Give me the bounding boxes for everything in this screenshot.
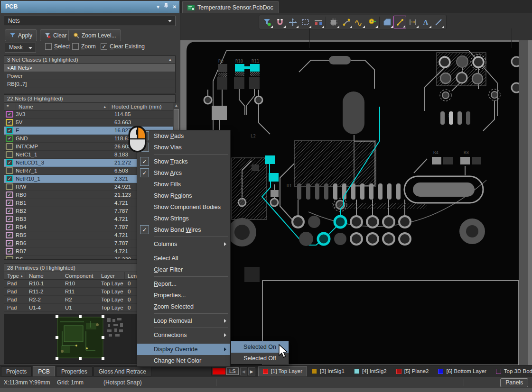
clear-button[interactable]: Clear [40, 29, 72, 41]
net-color-checkbox[interactable]: ✓ [6, 216, 13, 222]
net-color-checkbox[interactable]: ✓ [6, 248, 13, 255]
net-color-checkbox[interactable] [6, 183, 13, 190]
interactive-route-icon[interactable] [340, 16, 353, 28]
menu-item-show-component-bodies[interactable]: Show Component Bodies [137, 201, 230, 213]
select-area-icon[interactable] [299, 16, 312, 28]
primitives-column[interactable]: Name [26, 272, 62, 279]
net-class-item[interactable]: RB[0..7] [4, 80, 175, 88]
pin-icon[interactable] [164, 1, 168, 13]
layer-set-chip[interactable]: LS [211, 367, 239, 375]
net-color-checkbox[interactable] [6, 151, 13, 158]
net-color-checkbox[interactable]: ✓ [6, 208, 13, 214]
menu-item--properties---[interactable]: Properties... [137, 290, 230, 301]
net-color-checkbox[interactable]: ✓ [6, 135, 13, 142]
panel-title-bar[interactable]: PCB ▾ ✕ [1, 1, 179, 13]
pcb-canvas[interactable]: R0R10R11 [180, 40, 532, 365]
net-color-checkbox[interactable]: ✓ [6, 240, 13, 246]
menu-item--select-all[interactable]: Select All [137, 253, 230, 264]
layer-tab-1[interactable]: [1] Top Layer [258, 366, 307, 376]
menu-item-show-strings[interactable]: Show Strings [137, 213, 230, 224]
nets-column-header[interactable]: * Name Routed Length (mm) [4, 103, 175, 110]
menu-item-display-override[interactable]: Display Override [137, 344, 230, 355]
apply-button[interactable]: Apply [5, 29, 37, 41]
col-name[interactable]: Name [16, 103, 109, 110]
primitives-column[interactable]: Layer [98, 272, 125, 279]
layer-scroll-left[interactable]: ◀ [240, 367, 247, 375]
menu-item-columns[interactable]: Columns [137, 238, 230, 250]
panels-button[interactable]: Panels [500, 378, 528, 387]
panel-mode-dropdown[interactable]: Nets [4, 16, 176, 26]
net-color-checkbox[interactable] [6, 167, 13, 174]
magnet-snap-icon[interactable] [273, 16, 286, 28]
net-color-checkbox[interactable] [6, 143, 13, 150]
scroll-up-icon[interactable]: ▲ [173, 103, 179, 109]
panel-tab-gloss-and-retrace[interactable]: Gloss And Retrace [93, 366, 151, 376]
net-color-checkbox[interactable]: ✓ [6, 159, 13, 166]
menu-item-label: Change Net Color [154, 357, 201, 364]
tune-length-icon[interactable] [353, 16, 365, 28]
menu-item-label: Report... [154, 281, 177, 287]
filter-select-icon[interactable] [261, 16, 273, 28]
menu-item-show--fills[interactable]: Show Fills [137, 179, 230, 190]
net-row[interactable]: ✓3V3114.85 [4, 110, 175, 119]
place-line-icon[interactable] [432, 16, 445, 28]
net-class-item[interactable]: Power [4, 72, 175, 80]
layer-tab-6[interactable]: Top 3D Body [491, 366, 532, 376]
collapse-icon[interactable]: ▲ [168, 56, 172, 64]
menu-item-show--arcs[interactable]: ✓Show Arcs [137, 167, 230, 179]
net-class-item[interactable]: <All Nets> [4, 64, 175, 72]
col-routed-length[interactable]: Routed Length (mm) [109, 103, 175, 110]
menu-item--zoom-selected[interactable]: Zoom Selected [137, 301, 230, 312]
layer-tab-3[interactable]: [4] IntSig2 [349, 366, 392, 376]
place-track-icon[interactable] [393, 16, 406, 28]
primitives-column[interactable]: Component [62, 272, 98, 279]
panel-tab-properties[interactable]: Properties [56, 366, 93, 376]
panel-tab-pcb[interactable]: PCB [33, 366, 55, 376]
menu-item-show-bond--wires[interactable]: ✓Show Bond Wires [137, 224, 230, 236]
net-color-checkbox[interactable]: ✓ [6, 200, 13, 206]
menu-item-loop-removal[interactable]: Loop Removal [137, 315, 230, 327]
layer-tab-2[interactable]: [3] IntSig1 [307, 366, 349, 376]
net-color-checkbox[interactable]: ✓ [6, 175, 13, 182]
menu-item-connections[interactable]: Connections [137, 329, 230, 341]
net-color-checkbox[interactable]: ✓ [6, 127, 13, 134]
col-star[interactable]: * [4, 103, 16, 110]
select-checkbox[interactable]: Select [45, 43, 70, 50]
menu-item-show--vias[interactable]: ✓Show Vias [137, 142, 230, 153]
dimension-icon[interactable]: 10 [406, 16, 419, 28]
net-color-checkbox[interactable]: ✓ [6, 224, 13, 230]
net-color-checkbox[interactable]: ✓ [6, 119, 13, 126]
net-color-checkbox[interactable]: ✓ [6, 232, 13, 238]
primitives-column[interactable]: Type [4, 272, 26, 279]
mask-dropdown[interactable]: Mask [5, 43, 36, 53]
menu-item-change-net-color[interactable]: Change Net Color [137, 355, 230, 366]
placement-pads-icon[interactable] [312, 16, 325, 28]
clear-existing-checkbox[interactable]: ✓Clear Existing [101, 43, 145, 50]
panel-tab-projects[interactable]: Projects [1, 366, 32, 376]
menu-item-show--pads[interactable]: ✓Show Pads [137, 130, 230, 142]
close-icon[interactable]: ✕ [173, 1, 177, 13]
net-color-checkbox[interactable]: ✓ [6, 191, 13, 198]
zoom-checkbox[interactable]: Zoom [72, 43, 96, 50]
layer-scroll-right[interactable]: ▶ [248, 367, 255, 375]
menu-item-show-r-egions[interactable]: Show Regions [137, 190, 230, 201]
place-via-icon[interactable] [365, 16, 378, 28]
layer-set-label[interactable]: LS [226, 367, 239, 375]
layer-tab-5[interactable]: [6] Bottom Layer [433, 366, 491, 376]
place-component-icon[interactable] [327, 16, 340, 28]
menu-item--report---[interactable]: Report... [137, 278, 230, 290]
net-row[interactable]: ✓5V63.663 [4, 119, 175, 127]
polygon-pour-icon[interactable] [381, 16, 393, 28]
document-tab[interactable]: Temperature Sensor.PcbDoc [182, 1, 279, 13]
move-cross-icon[interactable] [286, 16, 299, 28]
net-color-checkbox[interactable] [6, 256, 13, 259]
place-string-icon[interactable]: A [419, 16, 432, 28]
net-classes-header[interactable]: 3 Net Classes (1 Highlighted) ▲ [4, 56, 175, 64]
zoom-level-button[interactable]: Zoom Level... [68, 29, 121, 41]
layer-tab-4[interactable]: [5] Plane2 [392, 366, 434, 376]
panel-menu-icon[interactable]: ▾ [157, 1, 159, 13]
menu-item-show--tracks[interactable]: ✓Show Tracks [137, 156, 230, 167]
menu-item--clear-filter[interactable]: Clear Filter [137, 264, 230, 275]
nets-header[interactable]: 22 Nets (3 Highlighted) [4, 95, 175, 103]
net-color-checkbox[interactable]: ✓ [6, 111, 13, 118]
